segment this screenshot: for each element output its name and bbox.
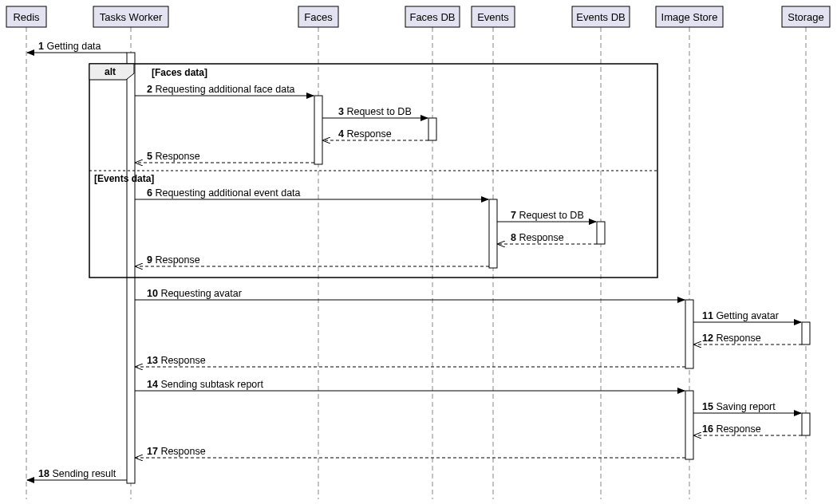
svg-text:Events DB: Events DB (576, 11, 625, 23)
svg-text:17 Response: 17 Response (147, 446, 206, 457)
participant-eventsdb: Events DB (572, 6, 630, 27)
participant-facesdb: Faces DB (405, 6, 460, 27)
alt-cond-events: [Events data] (94, 173, 154, 184)
svg-text:Tasks Worker: Tasks Worker (100, 11, 163, 23)
activation-faces (314, 96, 322, 164)
activation-storage-2 (802, 413, 810, 435)
sequence-diagram: Redis Tasks Worker Faces Faces DB Events… (0, 0, 837, 504)
alt-label: alt (105, 66, 116, 77)
svg-text:3 Request to DB: 3 Request to DB (338, 106, 412, 117)
svg-text:6 Requesting additional event : 6 Requesting additional event data (147, 187, 301, 199)
svg-text:8 Response: 8 Response (511, 232, 564, 243)
activation-imgstore-2 (685, 391, 693, 459)
activation-storage-1 (802, 322, 810, 345)
participant-events: Events (472, 6, 515, 27)
svg-text:11 Getting avatar: 11 Getting avatar (702, 310, 779, 321)
participant-imgstore: Image Store (656, 6, 723, 27)
svg-text:16 Response: 16 Response (702, 423, 761, 435)
svg-text:15 Saving report: 15 Saving report (702, 401, 776, 412)
svg-text:7 Request to DB: 7 Request to DB (511, 210, 584, 221)
participant-faces: Faces (298, 6, 338, 27)
svg-text:14 Sending subtask report: 14 Sending subtask report (147, 379, 263, 390)
svg-text:Storage: Storage (788, 11, 824, 23)
activation-worker (127, 53, 135, 483)
svg-text:4 Response: 4 Response (338, 128, 392, 140)
participant-worker: Tasks Worker (93, 6, 168, 27)
activation-facesdb (428, 118, 436, 140)
svg-text:13 Response: 13 Response (147, 355, 206, 366)
svg-text:Image Store: Image Store (661, 11, 718, 23)
svg-text:Redis: Redis (13, 11, 40, 23)
participant-redis: Redis (6, 6, 46, 27)
svg-text:1 Getting data: 1 Getting data (38, 41, 101, 52)
svg-text:2 Requesting additional face d: 2 Requesting additional face data (147, 84, 295, 95)
svg-text:18 Sending result: 18 Sending result (38, 468, 116, 479)
activation-eventsdb (597, 222, 605, 244)
svg-text:10 Requesting avatar: 10 Requesting avatar (147, 288, 242, 299)
svg-text:5 Response: 5 Response (147, 151, 200, 162)
activation-imgstore-1 (685, 300, 693, 368)
alt-cond-faces: [Faces data] (152, 67, 207, 78)
svg-text:Events: Events (477, 11, 509, 23)
activation-events (489, 199, 497, 268)
svg-text:Faces: Faces (304, 11, 333, 23)
svg-text:Faces DB: Faces DB (409, 11, 455, 23)
svg-text:12 Response: 12 Response (702, 333, 761, 344)
participant-storage: Storage (782, 6, 830, 27)
svg-text:9 Response: 9 Response (147, 254, 200, 266)
